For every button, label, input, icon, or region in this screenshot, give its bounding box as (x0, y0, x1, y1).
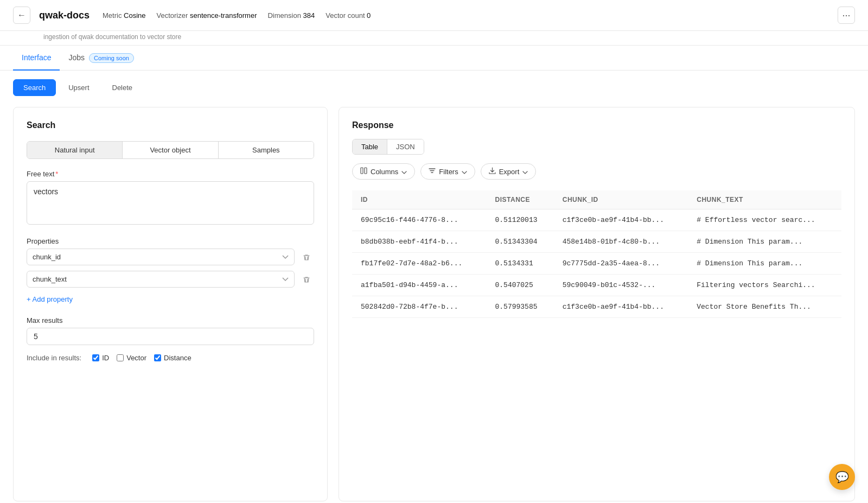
export-icon (489, 167, 496, 176)
property-select-1[interactable]: chunk_idchunk_textid (27, 271, 295, 288)
include-results: Include in results: IDVectorDistance (27, 354, 314, 362)
columns-icon (360, 167, 367, 176)
sub-tab-upsert[interactable]: Upsert (58, 79, 99, 96)
cell-distance-3: 0.5407025 (487, 275, 554, 296)
checkbox-distance[interactable] (154, 354, 161, 361)
columns-toolbar-label: Columns (371, 168, 398, 176)
tab-jobs[interactable]: JobsComing soon (60, 46, 142, 71)
property-select-0[interactable]: chunk_idchunk_textid (27, 249, 295, 265)
toolbar-columns-button[interactable]: Columns (352, 163, 415, 180)
meta-item-metric: Metric Cosine (103, 11, 145, 20)
tab-interface[interactable]: Interface (13, 46, 60, 71)
filter-icon (429, 167, 436, 176)
max-results-input[interactable]: 5 (27, 328, 314, 345)
add-property-button[interactable]: + Add property (27, 293, 73, 305)
properties-section: Properties chunk_idchunk_textidchunk_idc… (27, 237, 314, 305)
data-table: IDDISTANCECHUNK_IDCHUNK_TEXT 69c95c16-f4… (352, 190, 841, 318)
meta-item-dimension: Dimension 384 (267, 11, 315, 20)
table-row: a1fba501-d94b-4459-a...0.540702559c90049… (352, 275, 841, 296)
col-header-chunk_text: CHUNK_TEXT (688, 190, 841, 209)
cell-chunk_text-1: # Dimension This param... (688, 231, 841, 253)
cell-id-0: 69c95c16-f446-4776-8... (352, 209, 487, 231)
chevron-down-icon (522, 168, 528, 176)
svg-rect-1 (365, 168, 367, 174)
include-option-vector[interactable]: Vector (117, 354, 146, 362)
include-option-id[interactable]: ID (92, 354, 109, 362)
delete-property-button-0[interactable] (299, 250, 314, 265)
svg-rect-0 (361, 168, 363, 174)
cell-chunk_id-0: c1f3ce0b-ae9f-41b4-bb... (554, 209, 688, 231)
cell-distance-4: 0.57993585 (487, 296, 554, 318)
export-toolbar-label: Export (499, 168, 520, 176)
delete-property-button-1[interactable] (299, 272, 314, 287)
cell-distance-2: 0.5134331 (487, 253, 554, 275)
cell-chunk_id-4: c1f3ce0b-ae9f-41b4-bb... (554, 296, 688, 318)
checkbox-vector[interactable] (117, 354, 124, 361)
property-row-0: chunk_idchunk_textid (27, 249, 314, 265)
input-type-natural[interactable]: Natural input (27, 142, 123, 158)
main-content: Search Natural inputVector objectSamples… (0, 96, 868, 503)
sub-tab-search[interactable]: Search (13, 79, 56, 96)
view-tab-table[interactable]: Table (353, 139, 387, 154)
cell-chunk_id-1: 458e14b8-01bf-4c80-b... (554, 231, 688, 253)
cell-chunk_text-2: # Dimension This param... (688, 253, 841, 275)
table-row: b8db038b-eebf-41f4-b...0.51343304458e14b… (352, 231, 841, 253)
chevron-down-icon (462, 168, 467, 176)
free-text-label: Free text* (27, 170, 314, 178)
cell-chunk_text-3: Filtering vectors Searchi... (688, 275, 841, 296)
cell-id-3: a1fba501-d94b-4459-a... (352, 275, 487, 296)
cell-chunk_id-2: 9c7775dd-2a35-4aea-8... (554, 253, 688, 275)
coming-soon-badge: Coming soon (89, 53, 134, 63)
property-row-1: chunk_idchunk_textid (27, 271, 314, 288)
input-type-selector: Natural inputVector objectSamples (27, 141, 314, 159)
header: ← qwak-docs Metric CosineVectorizer sent… (0, 0, 868, 31)
toolbar-export-button[interactable]: Export (481, 163, 537, 180)
input-type-vector[interactable]: Vector object (123, 142, 218, 158)
response-title: Response (352, 120, 841, 130)
meta-item-vector-count: Vector count 0 (326, 11, 371, 20)
col-header-chunk_id: CHUNK_ID (554, 190, 688, 209)
more-options-button[interactable]: ··· (838, 7, 855, 24)
max-results-label: Max results (27, 316, 314, 324)
left-panel: Search Natural inputVector objectSamples… (13, 107, 328, 501)
include-option-distance[interactable]: Distance (154, 354, 192, 362)
header-meta: Metric CosineVectorizer sentence-transfo… (103, 11, 371, 20)
col-header-id: ID (352, 190, 487, 209)
cell-id-2: fb17fe02-7d7e-48a2-b6... (352, 253, 487, 275)
table-toolbar: ColumnsFiltersExport (352, 163, 841, 180)
free-text-input[interactable]: vectors (27, 181, 314, 225)
cell-distance-1: 0.51343304 (487, 231, 554, 253)
cell-chunk_text-0: # Effortless vector searc... (688, 209, 841, 231)
back-button[interactable]: ← (13, 7, 30, 24)
meta-item-vectorizer: Vectorizer sentence-transformer (157, 11, 257, 20)
cell-id-1: b8db038b-eebf-41f4-b... (352, 231, 487, 253)
sub-tabs: SearchUpsertDelete (0, 71, 868, 96)
table-row: 502842d0-72b8-4f7e-b...0.57993585c1f3ce0… (352, 296, 841, 318)
max-results-section: Max results 5 (27, 316, 314, 345)
cell-id-4: 502842d0-72b8-4f7e-b... (352, 296, 487, 318)
checkbox-id[interactable] (92, 354, 99, 361)
chat-button[interactable]: 💬 (829, 464, 855, 490)
page-title: qwak-docs (39, 10, 90, 21)
main-tabs: InterfaceJobsComing soon (0, 46, 868, 71)
table-row: 69c95c16-f446-4776-8...0.51120013c1f3ce0… (352, 209, 841, 231)
cell-distance-0: 0.51120013 (487, 209, 554, 231)
properties-label: Properties (27, 237, 314, 245)
view-tab-json[interactable]: JSON (387, 139, 424, 154)
sub-tab-delete[interactable]: Delete (102, 79, 143, 96)
header-subtitle: ingestion of qwak documentation to vecto… (0, 31, 868, 46)
filters-toolbar-label: Filters (439, 168, 458, 176)
col-header-distance: DISTANCE (487, 190, 554, 209)
include-label: Include in results: (27, 354, 81, 362)
input-type-samples[interactable]: Samples (219, 142, 314, 158)
view-toggle: TableJSON (352, 139, 424, 155)
table-row: fb17fe02-7d7e-48a2-b6...0.51343319c7775d… (352, 253, 841, 275)
cell-chunk_id-3: 59c90049-b01c-4532-... (554, 275, 688, 296)
left-panel-title: Search (27, 120, 314, 130)
toolbar-filters-button[interactable]: Filters (420, 163, 475, 180)
cell-chunk_text-4: Vector Store Benefits Th... (688, 296, 841, 318)
chevron-down-icon (401, 168, 407, 176)
right-panel: Response TableJSON ColumnsFiltersExport … (339, 107, 855, 501)
